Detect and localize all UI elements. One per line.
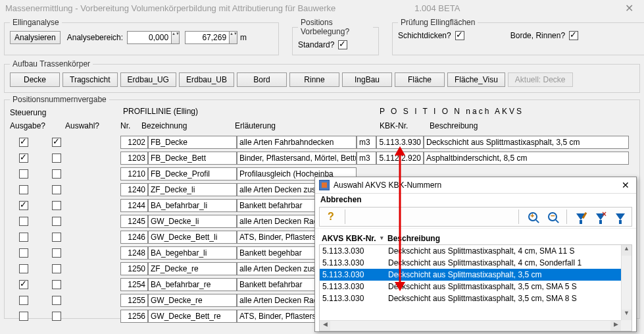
zoom-in-icon[interactable]	[526, 209, 540, 224]
col-nr: Nr.	[120, 121, 130, 130]
cell-unit: m3	[357, 152, 376, 165]
cell-kbk[interactable]: 5.112.2.920	[376, 152, 424, 165]
dialog-vscrollbar[interactable]: ▲▼	[621, 245, 632, 320]
dialog-col-besch: Beschreibung	[387, 234, 440, 243]
filter-delete-icon[interactable]	[593, 209, 608, 224]
table-row: 1202FB_Deckealle Arten Fahrbahndeckenm35…	[10, 134, 634, 150]
zoom-out-icon[interactable]	[545, 209, 560, 224]
col-bez: Bezeichnung	[141, 121, 187, 130]
range-from-spin[interactable]: ▲▼	[172, 31, 180, 44]
cell-bez: FB_Decke_Bett	[148, 152, 237, 165]
dialog-list-item[interactable]: 5.113.3.030Deckschicht aus Splittmastixa…	[320, 245, 621, 257]
analyse-button[interactable]: Analysieren	[10, 31, 61, 44]
cell-nr: 1250	[120, 262, 148, 275]
auswahl-checkbox[interactable]	[52, 280, 61, 289]
cell-erl: Binder, Pflastersand, Mörtel, Bettung	[237, 152, 357, 165]
auswahl-checkbox[interactable]	[52, 217, 61, 226]
window-titlebar: Massenermittlung - Vorbereitung Volumenk…	[0, 0, 644, 16]
cell-nr: 1203	[120, 152, 148, 165]
range-to-input[interactable]	[185, 31, 230, 44]
cell-nr: 1240	[120, 183, 148, 196]
ausgabe-checkbox[interactable]	[19, 296, 28, 305]
auswahl-checkbox[interactable]	[52, 201, 61, 210]
trasse-decke-button[interactable]: Decke	[10, 72, 60, 87]
range-unit: m	[240, 33, 247, 42]
ausgabe-checkbox[interactable]	[19, 201, 28, 210]
dialog-toolbar: ?	[319, 207, 632, 227]
auswahl-checkbox[interactable]	[52, 312, 61, 321]
cell-nr: 1256	[120, 310, 148, 323]
range-from-input[interactable]	[127, 31, 172, 44]
dialog-list-item[interactable]: 5.113.3.030Deckschicht aus Splittmastixa…	[320, 292, 621, 304]
dialog-list: 5.113.3.030Deckschicht aus Splittmastixa…	[319, 244, 632, 331]
trasse-fläche_visu-button[interactable]: Fläche_Visu	[447, 72, 505, 87]
cell-kbk[interactable]: 5.113.3.930	[376, 136, 424, 149]
ausgabe-checkbox[interactable]	[19, 248, 28, 258]
standard-checkbox[interactable]	[338, 40, 347, 49]
trasse-tragschicht-button[interactable]: Tragschicht	[62, 72, 118, 87]
close-icon[interactable]: ✕	[620, 2, 639, 14]
auswahl-checkbox[interactable]	[52, 153, 61, 163]
trasse-ingbau-button[interactable]: IngBau	[342, 72, 392, 87]
abbrechen-label[interactable]: Abbrechen	[315, 194, 636, 207]
dialog-titlebar: Auswahl AKVS KBK-Nummern ✕	[315, 177, 636, 194]
ausgabe-checkbox[interactable]	[19, 312, 28, 321]
ausgabe-checkbox[interactable]	[19, 217, 28, 226]
cell-nr: 1255	[120, 294, 148, 307]
range-to-spin[interactable]: ▲▼	[230, 31, 237, 44]
help-icon[interactable]: ?	[324, 209, 338, 224]
posvor-legend: Positions Vorbelegung?	[298, 18, 373, 36]
trasse-rinne-button[interactable]: Rinne	[289, 72, 339, 87]
auswahl-checkbox[interactable]	[52, 138, 61, 147]
borde-checkbox[interactable]	[569, 31, 578, 40]
table-row: 1203FB_Decke_BettBinder, Pflastersand, M…	[10, 150, 634, 165]
borde-label: Borde, Rinnen?	[510, 31, 565, 40]
trasse-group: Aufbau Trassenkörper DeckeTragschichtErd…	[4, 59, 640, 93]
filter-icon[interactable]	[613, 209, 628, 224]
pruef-group: Prüfung Ellingflächen Schichtdicken? Bor…	[392, 18, 644, 55]
window-version: 1.004 BETA	[414, 3, 460, 13]
cell-bez: ZF_Decke_li	[148, 183, 237, 196]
elling-legend: Ellinganalyse	[10, 18, 62, 27]
dialog-list-item[interactable]: 5.113.3.030Deckschicht aus Splittmastixa…	[320, 257, 621, 269]
trasse-erdbau_ug-button[interactable]: Erdbau_UG	[120, 72, 176, 87]
dialog-list-item[interactable]: 5.113.3.030Deckschicht aus Splittmastixa…	[320, 269, 621, 281]
auswahl-checkbox[interactable]	[52, 264, 61, 273]
ausgabe-checkbox[interactable]	[19, 169, 28, 179]
col-ausgabe: Ausgabe?	[10, 121, 45, 130]
cell-bez: BA_befahrbar_li	[148, 199, 237, 212]
schicht-checkbox[interactable]	[455, 31, 464, 40]
cell-bez: FB_Decke	[148, 136, 237, 149]
cell-nr: 1202	[120, 136, 148, 149]
auswahl-checkbox[interactable]	[52, 185, 61, 194]
trasse-bord-button[interactable]: Bord	[237, 72, 287, 87]
cell-nr: 1254	[120, 278, 148, 291]
cell-nr: 1244	[120, 199, 148, 212]
cell-besch: Deckschicht aus Splittmastixasphalt, 3,5…	[424, 136, 629, 149]
cell-nr: 1246	[120, 231, 148, 244]
trasse-erdbau_ub-button[interactable]: Erdbau_UB	[179, 72, 234, 87]
elling-group: Ellinganalyse Analysieren Analysebereich…	[4, 18, 279, 55]
ausgabe-checkbox[interactable]	[19, 280, 28, 289]
ausgabe-checkbox[interactable]	[19, 264, 28, 273]
ausgabe-checkbox[interactable]	[19, 138, 28, 147]
dialog-col-kbk[interactable]: AKVS KBK-Nr.	[322, 234, 387, 243]
trasse-fläche-button[interactable]: Fläche	[395, 72, 445, 87]
ausgabe-checkbox[interactable]	[19, 233, 28, 242]
dialog-hscrollbar[interactable]: ◀▶	[320, 320, 621, 331]
dialog-title: Auswahl AKVS KBK-Nummern	[334, 181, 441, 190]
auswahl-checkbox[interactable]	[52, 233, 61, 242]
ausgabe-checkbox[interactable]	[19, 185, 28, 194]
ausgabe-checkbox[interactable]	[19, 153, 28, 163]
cell-nr: 1210	[120, 167, 148, 181]
auswahl-checkbox[interactable]	[52, 296, 61, 305]
cell-besch: Asphaltbinderschicht, 8,5 cm	[424, 152, 629, 165]
auswahl-checkbox[interactable]	[52, 248, 61, 258]
filter-edit-icon[interactable]	[574, 209, 588, 224]
cell-erl: alle Arten Fahrbahndecken	[237, 136, 357, 149]
cell-bez: GW_Decke_Bett_li	[148, 231, 237, 244]
dialog-list-item[interactable]: 5.113.3.030Deckschicht aus Splittmastixa…	[320, 281, 621, 292]
auswahl-checkbox[interactable]	[52, 169, 61, 179]
dialog-close-icon[interactable]: ✕	[619, 180, 632, 190]
posvor-group: Positions Vorbelegung? Standard?	[292, 18, 379, 55]
